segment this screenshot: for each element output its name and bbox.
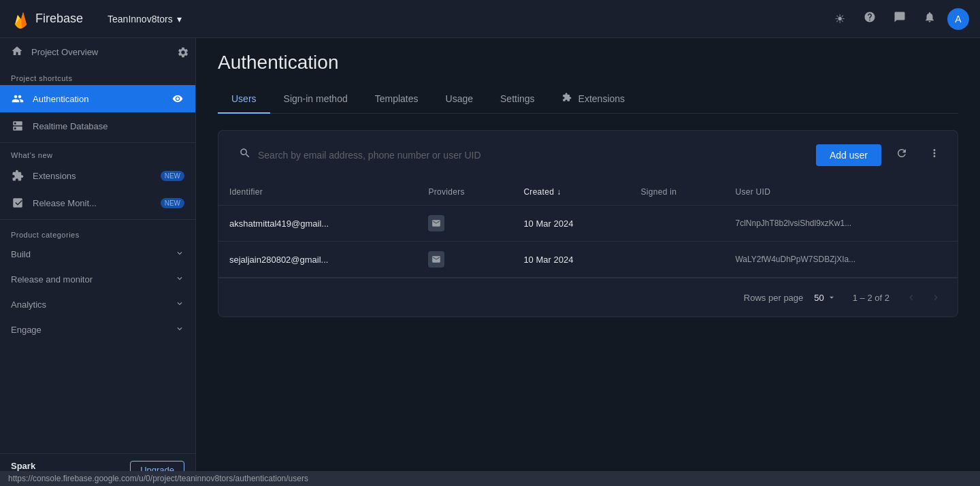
users-table: Identifier Providers Created ↓ S — [218, 179, 958, 278]
sidebar: Project Overview Project shortcuts Authe… — [0, 38, 196, 486]
table-row[interactable]: akshatmittal419@gmail... 10 Mar 2024 7cl… — [218, 206, 958, 242]
tab-users[interactable]: Users — [218, 85, 270, 114]
pagination-nav — [900, 287, 947, 308]
sidebar-item-realtime-database[interactable]: Realtime Database — [0, 112, 195, 140]
realtime-db-label: Realtime Database — [33, 121, 184, 131]
top-nav-actions: ☀ A — [828, 7, 969, 31]
build-label: Build — [11, 249, 169, 259]
plan-name: Spark — [11, 461, 69, 471]
project-overview-label: Project Overview — [31, 47, 98, 57]
email-provider-icon — [428, 251, 444, 268]
rows-per-page-label: Rows per page — [744, 293, 803, 303]
sidebar-category-release-monitor[interactable]: Release and monitor — [0, 267, 195, 292]
notifications-button[interactable] — [917, 7, 942, 31]
tabs: Users Sign-in method Templates Usage Set… — [218, 84, 958, 114]
cell-identifier: sejaljain280802@gmail... — [218, 242, 418, 278]
project-selector[interactable]: TeanInnov8tors ▾ — [99, 10, 190, 29]
col-providers: Providers — [417, 179, 512, 206]
engage-chevron-icon — [175, 324, 184, 336]
authentication-label: Authentication — [33, 94, 163, 104]
col-user-uid: User UID — [724, 179, 958, 206]
sidebar-category-build[interactable]: Build — [0, 242, 195, 267]
chevron-right-icon — [930, 292, 941, 303]
page-title: Authentication — [218, 52, 958, 74]
sidebar-item-project-overview[interactable]: Project Overview — [5, 38, 176, 66]
sidebar-item-extensions[interactable]: Extensions NEW — [0, 162, 195, 189]
sidebar-divider-2 — [0, 219, 195, 220]
engage-label: Engage — [11, 325, 169, 335]
visibility-icon — [171, 92, 184, 106]
cell-created: 10 Mar 2024 — [512, 242, 630, 278]
release-monitor-chevron-icon — [175, 274, 184, 285]
add-user-button[interactable]: Add user — [816, 144, 881, 166]
search-input[interactable] — [258, 150, 798, 161]
sidebar-category-analytics[interactable]: Analytics — [0, 292, 195, 317]
table-row[interactable]: sejaljain280802@gmail... 10 Mar 2024 WaL… — [218, 242, 958, 278]
page-header: Authentication Users Sign-in method Temp… — [196, 38, 980, 114]
table-toolbar: Add user — [218, 130, 958, 179]
cell-user-uid: 7clNnpJhT8b2lvsiShdl9xzKw1... — [724, 206, 958, 242]
url-text: https://console.firebase.google.com/u/0/… — [8, 474, 308, 483]
content-area: Authentication Users Sign-in method Temp… — [196, 38, 980, 486]
refresh-icon — [896, 147, 908, 163]
app-logo: Firebase — [11, 10, 83, 29]
prev-page-button[interactable] — [900, 287, 922, 308]
release-monitor-label: Release Monit... — [33, 198, 152, 208]
pagination-text: 1 – 2 of 2 — [853, 293, 889, 303]
table-section: Add user Identifier — [196, 114, 980, 486]
refresh-button[interactable] — [889, 143, 914, 167]
chat-icon — [894, 11, 906, 27]
help-button[interactable] — [858, 7, 882, 31]
search-icon — [239, 147, 251, 163]
more-vert-icon — [928, 147, 941, 163]
created-sort-header[interactable]: Created ↓ — [523, 187, 561, 197]
rows-per-page-select[interactable]: 50 — [808, 290, 841, 306]
sidebar-item-release-monitor[interactable]: Release Monit... NEW — [0, 189, 195, 216]
cell-provider — [417, 242, 512, 278]
table-body: akshatmittal419@gmail... 10 Mar 2024 7cl… — [218, 206, 958, 278]
build-chevron-icon — [175, 248, 184, 260]
home-icon — [11, 45, 23, 59]
tab-signin-method[interactable]: Sign-in method — [270, 85, 361, 114]
avatar[interactable]: A — [947, 8, 969, 30]
project-name: TeanInnov8tors — [108, 14, 173, 25]
tab-templates[interactable]: Templates — [361, 85, 432, 114]
rows-per-page-value: 50 — [814, 293, 823, 303]
url-bar: https://console.firebase.google.com/u/0/… — [0, 471, 980, 486]
cell-created: 10 Mar 2024 — [512, 206, 630, 242]
project-shortcuts-label: Project shortcuts — [0, 66, 195, 85]
cell-signed-in — [630, 206, 725, 242]
next-page-button[interactable] — [925, 287, 947, 308]
help-icon — [864, 11, 876, 27]
extensions-tab-icon — [562, 93, 572, 104]
chat-button[interactable] — [887, 7, 912, 31]
sidebar-item-authentication[interactable]: Authentication — [0, 85, 195, 112]
col-created[interactable]: Created ↓ — [512, 179, 630, 206]
email-provider-icon — [428, 215, 444, 231]
release-monitor-icon — [11, 196, 24, 210]
sidebar-category-engage[interactable]: Engage — [0, 317, 195, 342]
tab-extensions[interactable]: Extensions — [549, 84, 638, 114]
settings-icon[interactable] — [176, 46, 190, 59]
dropdown-icon: ▾ — [177, 14, 182, 25]
release-and-monitor-label: Release and monitor — [11, 274, 169, 285]
sun-icon: ☀ — [834, 12, 845, 27]
search-box — [229, 142, 808, 168]
cell-signed-in — [630, 242, 725, 278]
theme-toggle-button[interactable]: ☀ — [828, 7, 852, 31]
rows-dropdown-icon — [827, 293, 836, 302]
tab-settings[interactable]: Settings — [487, 85, 549, 114]
rows-per-page: Rows per page 50 — [744, 290, 842, 306]
database-icon — [11, 119, 24, 133]
main-layout: Project Overview Project shortcuts Authe… — [0, 38, 980, 486]
col-identifier: Identifier — [218, 179, 418, 206]
extensions-badge: NEW — [161, 171, 184, 181]
tab-usage[interactable]: Usage — [432, 85, 487, 114]
table-header: Identifier Providers Created ↓ S — [218, 179, 958, 206]
more-options-button[interactable] — [922, 143, 947, 167]
analytics-chevron-icon — [175, 299, 184, 310]
whats-new-section-label: What's new — [0, 146, 195, 162]
analytics-label: Analytics — [11, 299, 169, 310]
product-categories-label: Product categories — [0, 223, 195, 242]
authentication-icon — [11, 92, 24, 106]
